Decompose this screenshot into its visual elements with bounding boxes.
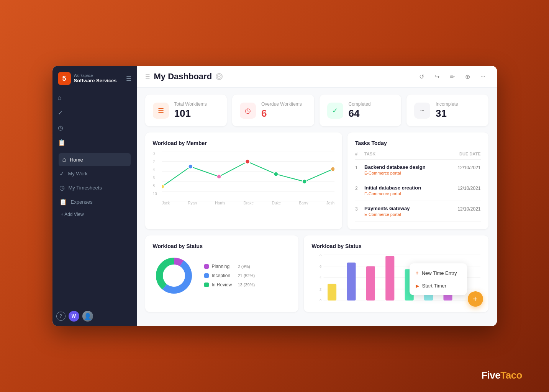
overdue-workitems-value: 6: [261, 108, 302, 119]
sidebar-nav: ⌂ ✓ ◷ 📋: [52, 89, 137, 152]
incomplete-icon: ~: [414, 103, 430, 119]
sidebar-icon-expenses[interactable]: 📋: [52, 136, 137, 149]
sidebar-icon-work[interactable]: ✓: [52, 106, 137, 119]
user-avatar-w[interactable]: W: [69, 311, 79, 322]
expenses-nav-icon: 📋: [58, 139, 66, 146]
completed-value: 64: [349, 108, 371, 119]
expenses-label: Expenses: [71, 199, 93, 205]
svg-point-9: [217, 175, 221, 179]
svg-point-11: [274, 172, 278, 176]
incomplete-info: Incomplete 31: [436, 101, 458, 119]
stat-card-completed: ✓ Completed 64: [320, 95, 402, 126]
svg-point-12: [302, 180, 306, 184]
refresh-button[interactable]: ↺: [416, 71, 427, 82]
line-chart-svg: [162, 152, 335, 202]
workload-member-card: Workload by Member 10 8 6 4 2 0: [145, 132, 343, 229]
topbar-actions: ↺ ↪ ✏ ⊕ ···: [416, 71, 488, 82]
svg-rect-30: [366, 266, 375, 301]
float-menu: + New Time Entry ▶ Start Timer: [410, 263, 467, 295]
chart-y-labels: 10 8 6 4 2 0: [153, 152, 157, 196]
svg-text:4: 4: [320, 275, 322, 279]
tasks-today-card: Tasks Today # Task Due date 1 Backend da…: [347, 132, 488, 229]
sidebar-item-timesheets[interactable]: ◷ My Timesheets: [56, 181, 134, 194]
stat-card-overdue: ◷ Overdue Workitems 6: [232, 95, 314, 126]
table-row: 1 Backend database design E-Commerce por…: [355, 160, 481, 180]
tasks-today-title: Tasks Today: [355, 140, 481, 146]
home-icon: ⌂: [62, 156, 66, 163]
my-work-label: My Work: [68, 171, 88, 176]
total-workitems-label: Total Workitems: [174, 101, 207, 107]
sidebar-item-my-work[interactable]: ✓ My Work: [56, 167, 134, 180]
sidebar-logo: 5 Workspace Software Services: [58, 72, 117, 85]
start-timer-button[interactable]: ▶ Start Timer: [410, 279, 467, 292]
svg-text:6: 6: [320, 264, 321, 268]
completed-info: Completed 64: [349, 101, 371, 119]
timesheets-icon: ◷: [59, 184, 65, 191]
checkmark-icon: [217, 74, 221, 79]
svg-point-10: [245, 159, 249, 163]
sidebar-icon-timesheets[interactable]: ◷: [52, 121, 137, 134]
workload-status-bar-title: Workload by Status: [311, 243, 480, 249]
legend-item-planning: Planning 2 (9%): [204, 264, 255, 269]
work-nav-icon: ✓: [58, 109, 63, 116]
incomplete-label: Incomplete: [436, 101, 458, 107]
add-button[interactable]: ⊕: [462, 71, 473, 82]
row2: Workload by Member 10 8 6 4 2 0: [145, 132, 488, 229]
svg-point-13: [331, 167, 334, 171]
overdue-workitems-label: Overdue Workitems: [261, 101, 302, 107]
play-icon: ▶: [416, 283, 419, 289]
svg-text:0: 0: [320, 298, 321, 301]
donut-chart: [153, 255, 195, 297]
completed-label: Completed: [349, 101, 371, 107]
home-nav-icon: ⌂: [58, 95, 62, 101]
tasks-table: # Task Due date 1 Backend database desig…: [355, 152, 481, 222]
legend-item-in-review: In Review 13 (39%): [204, 282, 255, 287]
workload-member-title: Workload by Member: [153, 140, 335, 146]
chart-x-labels: Jack Ryan Harris Drake Duke Barry Josh: [162, 201, 335, 205]
svg-point-17: [164, 266, 184, 286]
incomplete-value: 31: [436, 108, 458, 119]
svg-rect-28: [328, 284, 336, 301]
new-time-entry-button[interactable]: + New Time Entry: [410, 266, 467, 279]
main-content: ☰ My Dashboard ↺ ↪ ✏ ⊕ ···: [137, 66, 497, 326]
workload-member-chart: 10 8 6 4 2 0: [153, 152, 335, 205]
overdue-workitems-icon: ◷: [240, 103, 256, 119]
hamburger-icon[interactable]: ☰: [126, 75, 131, 82]
tasks-header: # Task Due date: [355, 152, 481, 160]
completed-icon: ✓: [327, 103, 343, 119]
edit-button[interactable]: ✏: [447, 71, 458, 82]
fab-button[interactable]: +: [468, 291, 483, 307]
topbar-menu-icon[interactable]: ☰: [145, 74, 150, 80]
table-row: 3 Payments Gateway E-Commerce portal 12/…: [355, 201, 481, 222]
topbar: ☰ My Dashboard ↺ ↪ ✏ ⊕ ···: [137, 66, 497, 88]
svg-rect-29: [347, 263, 356, 301]
svg-point-7: [162, 185, 164, 189]
sidebar-header: 5 Workspace Software Services ☰: [52, 66, 137, 89]
stat-card-incomplete: ~ Incomplete 31: [406, 95, 488, 126]
more-button[interactable]: ···: [478, 71, 488, 82]
title-badge[interactable]: [216, 73, 223, 80]
total-workitems-info: Total Workitems 101: [174, 101, 207, 119]
svg-text:8: 8: [320, 255, 321, 257]
page-title: My Dashboard: [154, 72, 212, 82]
sidebar-item-home[interactable]: ⌂ Home: [59, 153, 131, 166]
help-icon[interactable]: ?: [56, 312, 66, 321]
sidebar-item-expenses[interactable]: 📋 Expenses: [56, 195, 134, 209]
sidebar-icon-home[interactable]: ⌂: [52, 91, 137, 105]
home-label: Home: [70, 157, 83, 163]
donut-legend: Planning 2 (9%) Inception 21 (52%): [204, 264, 255, 287]
sidebar-nav-items: ⌂ Home ✓ My Work ◷ My Timesheets 📋 Expen…: [52, 152, 137, 306]
add-view-button[interactable]: + Add View: [56, 209, 134, 219]
inception-dot: [204, 273, 209, 278]
planning-dot: [204, 264, 209, 269]
share-button[interactable]: ↪: [432, 71, 442, 82]
logo-text: Workspace Software Services: [74, 74, 117, 83]
stat-cards: ☰ Total Workitems 101 ◷ Overdue Workitem…: [145, 95, 488, 126]
expenses-icon: 📋: [59, 198, 67, 206]
workload-status-bar-card: Workload by Status 8: [304, 235, 488, 312]
donut-content: Planning 2 (9%) Inception 21 (52%): [153, 255, 291, 297]
user-avatar-photo[interactable]: 👤: [82, 311, 93, 322]
total-workitems-value: 101: [174, 108, 207, 119]
workload-status-donut-card: Workload by Status: [145, 235, 299, 312]
logo-icon: 5: [58, 72, 71, 85]
